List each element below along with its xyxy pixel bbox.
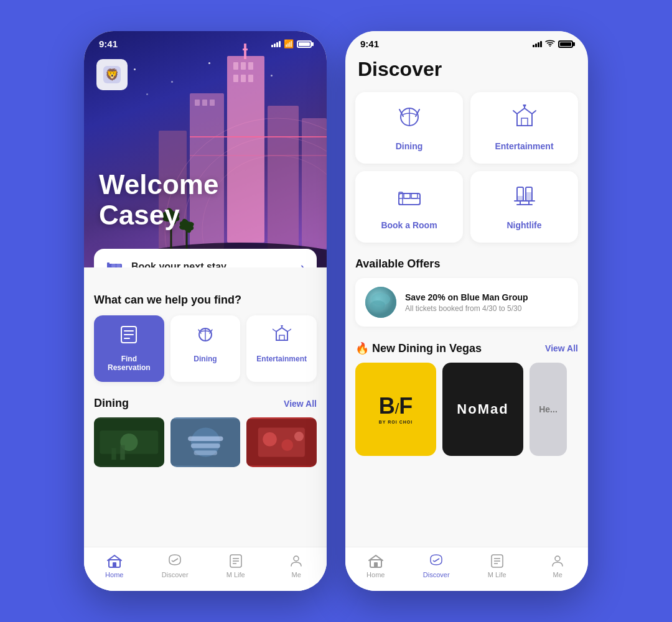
svg-rect-58 — [191, 443, 220, 448]
status-icons-right — [533, 39, 573, 49]
dining-photo-2[interactable] — [170, 417, 241, 467]
nav-me-left[interactable]: Me — [266, 554, 327, 578]
nav-mlife-label-left: M Life — [226, 571, 245, 578]
help-card-reservation[interactable]: Find Reservation — [94, 315, 164, 382]
svg-rect-35 — [111, 264, 116, 267]
bf-big-text: B/F — [379, 395, 413, 417]
discover-card-entertainment[interactable]: Entertainment — [470, 92, 578, 164]
dining-photo-1[interactable] — [94, 417, 164, 467]
svg-rect-53 — [111, 448, 116, 460]
dining-resto-cards-row: B/F BY ROI CHOI NoMad He... — [355, 363, 578, 456]
nav-mlife-left[interactable]: M Life — [205, 554, 266, 578]
discover-card-dining[interactable]: Dining — [355, 92, 463, 164]
offer-subtitle: All tickets booked from 4/30 to 5/30 — [405, 304, 528, 313]
entertainment-discover-label: Entertainment — [495, 141, 553, 151]
status-bar-left: 9:41 📶 — [84, 31, 327, 53]
book-banner-arrow: › — [301, 261, 304, 268]
discover-card-room[interactable]: Book a Room — [355, 171, 463, 243]
nav-mlife-right[interactable]: M Life — [467, 554, 528, 578]
nav-discover-right[interactable]: Discover — [406, 554, 467, 578]
svg-point-83 — [523, 104, 526, 107]
svg-line-80 — [513, 111, 517, 114]
svg-line-67 — [172, 560, 173, 562]
nightlife-discover-icon — [512, 183, 537, 208]
time-right: 9:41 — [360, 39, 379, 49]
help-card-entertainment[interactable]: Entertainment — [246, 315, 317, 382]
battery-icon-right — [558, 40, 573, 48]
dining-resto-third[interactable]: He... — [530, 363, 567, 456]
offers-title: Available Offers — [355, 258, 578, 271]
dining-icon-small — [196, 325, 215, 348]
entertainment-svg-icon — [273, 325, 291, 344]
svg-point-63 — [282, 439, 294, 451]
new-dining-view-all[interactable]: View All — [545, 343, 578, 353]
svg-point-74 — [549, 45, 551, 47]
svg-point-98 — [370, 300, 385, 310]
dining-resto-bf[interactable]: B/F BY ROI CHOI — [355, 363, 436, 456]
city-illustration — [152, 44, 327, 267]
discover-cards-grid: Dining Entertainment — [355, 92, 578, 243]
help-card-dining-label: Dining — [194, 355, 217, 363]
offer-img-svg — [365, 287, 396, 318]
dining-photo-3[interactable] — [246, 417, 317, 467]
time-left: 9:41 — [99, 39, 118, 49]
svg-line-68 — [173, 559, 178, 562]
dining-discover-label: Dining — [396, 141, 423, 151]
nav-discover-left[interactable]: Discover — [145, 554, 206, 578]
signal-icon — [271, 41, 281, 47]
bottom-nav-left: Home Discover M Life Me — [84, 547, 327, 591]
nav-me-right[interactable]: Me — [528, 554, 589, 578]
svg-line-46 — [273, 329, 276, 332]
nomad-logo-text: NoMad — [457, 401, 508, 417]
dining-photos-grid — [94, 417, 317, 467]
svg-rect-90 — [517, 196, 523, 201]
left-phone-body: What can we help you find? Find Reservat… — [84, 267, 327, 591]
discover-card-nightlife[interactable]: Nightlife — [470, 171, 578, 243]
help-card-entertainment-label: Entertainment — [256, 355, 307, 363]
svg-rect-7 — [241, 62, 246, 70]
svg-rect-85 — [399, 198, 420, 205]
svg-rect-84 — [399, 193, 420, 205]
svg-rect-17 — [210, 100, 215, 106]
dining-resto-nomad[interactable]: NoMad — [442, 363, 523, 456]
offer-card[interactable]: Save 20% on Blue Man Group All tickets b… — [355, 278, 578, 327]
new-dining-section: 🔥 New Dining in Vegas View All B/F BY RO… — [355, 341, 578, 456]
right-phone-content: Discover Dining — [345, 53, 588, 538]
discover-nav-icon-right — [429, 554, 444, 569]
svg-line-81 — [532, 111, 536, 114]
svg-point-107 — [555, 556, 560, 561]
help-card-dining[interactable]: Dining — [170, 315, 241, 382]
nav-home-label-left: Home — [105, 571, 123, 578]
svg-rect-16 — [202, 100, 207, 106]
dining-title: Dining — [94, 397, 129, 410]
svg-point-49 — [281, 325, 283, 327]
entertainment-icon — [512, 104, 537, 134]
wifi-icon: 📶 — [284, 39, 294, 49]
bottom-nav-right: Home Discover M Life Me — [345, 547, 588, 591]
svg-line-102 — [434, 559, 439, 562]
svg-rect-66 — [113, 562, 116, 567]
nav-me-label-left: Me — [292, 571, 301, 578]
reservation-icon — [119, 325, 138, 348]
book-stay-banner[interactable]: Book your next stay › — [94, 249, 317, 267]
nav-home-left[interactable]: Home — [84, 554, 145, 578]
svg-rect-20 — [302, 118, 327, 249]
svg-line-101 — [433, 560, 434, 562]
bed-icon — [106, 259, 123, 267]
offer-image — [365, 287, 396, 318]
nav-home-right[interactable]: Home — [345, 554, 406, 578]
discover-nav-icon-left — [167, 554, 182, 569]
svg-rect-59 — [194, 450, 217, 455]
star-decoration — [134, 68, 136, 70]
svg-rect-36 — [116, 264, 121, 267]
nav-me-label-right: Me — [553, 571, 562, 578]
svg-rect-92 — [526, 192, 532, 201]
available-offers-section: Available Offers — [355, 258, 578, 327]
nav-discover-label-left: Discover — [162, 571, 189, 578]
dining-view-all[interactable]: View All — [284, 399, 317, 409]
home-nav-icon — [107, 554, 122, 569]
dining-photo-svg-1 — [94, 417, 164, 467]
logo-icon: 🦁 — [102, 65, 122, 85]
mlife-nav-icon-right — [490, 554, 505, 569]
svg-rect-15 — [195, 100, 200, 106]
